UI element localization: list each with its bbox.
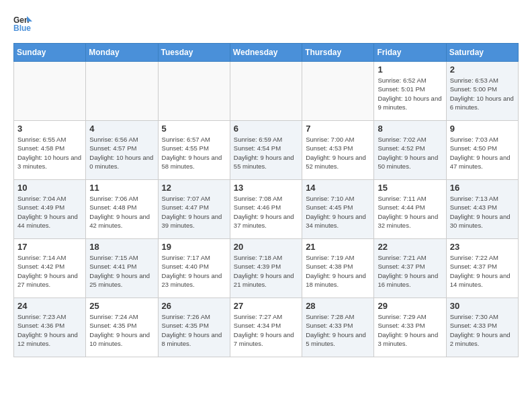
calendar-cell [158, 62, 230, 121]
day-number: 30 [450, 301, 515, 311]
day-info: Sunrise: 7:10 AM Sunset: 4:45 PM Dayligh… [306, 194, 370, 230]
calendar-cell: 3Sunrise: 6:55 AM Sunset: 4:58 PM Daylig… [14, 121, 86, 180]
calendar-cell: 14Sunrise: 7:10 AM Sunset: 4:45 PM Dayli… [302, 180, 374, 239]
calendar-cell: 2Sunrise: 6:53 AM Sunset: 5:00 PM Daylig… [446, 62, 518, 121]
weekday-header: Wednesday [230, 44, 302, 62]
calendar-header-row: SundayMondayTuesdayWednesdayThursdayFrid… [14, 44, 519, 62]
calendar-cell: 28Sunrise: 7:28 AM Sunset: 4:33 PM Dayli… [302, 298, 374, 357]
calendar-cell: 27Sunrise: 7:27 AM Sunset: 4:34 PM Dayli… [230, 298, 302, 357]
calendar-table: SundayMondayTuesdayWednesdayThursdayFrid… [13, 43, 519, 357]
day-number: 24 [17, 301, 82, 311]
day-number: 20 [234, 242, 298, 252]
day-number: 29 [378, 301, 442, 311]
day-number: 7 [306, 124, 370, 134]
day-number: 22 [378, 242, 442, 252]
calendar-cell: 10Sunrise: 7:04 AM Sunset: 4:49 PM Dayli… [14, 180, 86, 239]
calendar-cell: 7Sunrise: 7:00 AM Sunset: 4:53 PM Daylig… [302, 121, 374, 180]
day-info: Sunrise: 7:28 AM Sunset: 4:33 PM Dayligh… [306, 312, 370, 348]
calendar-cell: 9Sunrise: 7:03 AM Sunset: 4:50 PM Daylig… [446, 121, 518, 180]
calendar-cell: 22Sunrise: 7:21 AM Sunset: 4:37 PM Dayli… [374, 239, 446, 298]
calendar-cell: 26Sunrise: 7:26 AM Sunset: 4:35 PM Dayli… [158, 298, 230, 357]
calendar-cell: 6Sunrise: 6:59 AM Sunset: 4:54 PM Daylig… [230, 121, 302, 180]
calendar-cell: 8Sunrise: 7:02 AM Sunset: 4:52 PM Daylig… [374, 121, 446, 180]
calendar-cell: 13Sunrise: 7:08 AM Sunset: 4:46 PM Dayli… [230, 180, 302, 239]
day-number: 13 [234, 183, 298, 193]
day-info: Sunrise: 7:27 AM Sunset: 4:34 PM Dayligh… [234, 312, 298, 348]
day-number: 11 [89, 183, 154, 193]
calendar-cell: 29Sunrise: 7:29 AM Sunset: 4:33 PM Dayli… [374, 298, 446, 357]
calendar-body: 1Sunrise: 6:52 AM Sunset: 5:01 PM Daylig… [14, 62, 519, 357]
calendar-cell: 30Sunrise: 7:30 AM Sunset: 4:33 PM Dayli… [446, 298, 518, 357]
day-info: Sunrise: 7:17 AM Sunset: 4:40 PM Dayligh… [162, 253, 226, 289]
day-info: Sunrise: 7:26 AM Sunset: 4:35 PM Dayligh… [162, 312, 226, 348]
calendar-cell [230, 62, 302, 121]
day-number: 21 [306, 242, 370, 252]
calendar-cell: 25Sunrise: 7:24 AM Sunset: 4:35 PM Dayli… [86, 298, 158, 357]
calendar-cell: 16Sunrise: 7:13 AM Sunset: 4:43 PM Dayli… [446, 180, 518, 239]
calendar-cell [302, 62, 374, 121]
day-info: Sunrise: 7:08 AM Sunset: 4:46 PM Dayligh… [234, 194, 298, 230]
day-info: Sunrise: 7:04 AM Sunset: 4:49 PM Dayligh… [17, 194, 82, 230]
calendar-cell: 1Sunrise: 6:52 AM Sunset: 5:01 PM Daylig… [374, 62, 446, 121]
day-info: Sunrise: 7:13 AM Sunset: 4:43 PM Dayligh… [450, 194, 515, 230]
calendar-week-row: 3Sunrise: 6:55 AM Sunset: 4:58 PM Daylig… [14, 121, 519, 180]
calendar-cell: 18Sunrise: 7:15 AM Sunset: 4:41 PM Dayli… [86, 239, 158, 298]
day-number: 9 [450, 124, 515, 134]
day-number: 16 [450, 183, 515, 193]
day-info: Sunrise: 6:52 AM Sunset: 5:01 PM Dayligh… [378, 76, 442, 111]
weekday-header: Saturday [446, 44, 518, 62]
day-number: 12 [162, 183, 226, 193]
day-info: Sunrise: 7:15 AM Sunset: 4:41 PM Dayligh… [89, 253, 154, 289]
calendar-cell: 23Sunrise: 7:22 AM Sunset: 4:37 PM Dayli… [446, 239, 518, 298]
day-info: Sunrise: 7:19 AM Sunset: 4:38 PM Dayligh… [306, 253, 370, 289]
day-info: Sunrise: 7:14 AM Sunset: 4:42 PM Dayligh… [17, 253, 82, 289]
calendar-cell: 12Sunrise: 7:07 AM Sunset: 4:47 PM Dayli… [158, 180, 230, 239]
day-info: Sunrise: 7:07 AM Sunset: 4:47 PM Dayligh… [162, 194, 226, 230]
weekday-header: Friday [374, 44, 446, 62]
day-number: 15 [378, 183, 442, 193]
svg-marker-1 [27, 16, 32, 21]
day-number: 27 [234, 301, 298, 311]
day-number: 4 [89, 124, 154, 134]
day-number: 1 [378, 64, 442, 75]
day-number: 25 [89, 301, 154, 311]
day-info: Sunrise: 7:06 AM Sunset: 4:48 PM Dayligh… [89, 194, 154, 230]
day-number: 8 [378, 124, 442, 134]
day-info: Sunrise: 6:59 AM Sunset: 4:54 PM Dayligh… [234, 135, 298, 171]
day-number: 2 [450, 64, 515, 75]
calendar-cell: 15Sunrise: 7:11 AM Sunset: 4:44 PM Dayli… [374, 180, 446, 239]
day-info: Sunrise: 7:29 AM Sunset: 4:33 PM Dayligh… [378, 312, 442, 348]
day-info: Sunrise: 7:22 AM Sunset: 4:37 PM Dayligh… [450, 253, 515, 289]
day-info: Sunrise: 7:21 AM Sunset: 4:37 PM Dayligh… [378, 253, 442, 289]
calendar-cell: 19Sunrise: 7:17 AM Sunset: 4:40 PM Dayli… [158, 239, 230, 298]
logo: Gen Blue [13, 13, 35, 32]
day-number: 14 [306, 183, 370, 193]
calendar-week-row: 1Sunrise: 6:52 AM Sunset: 5:01 PM Daylig… [14, 62, 519, 121]
calendar-cell [14, 62, 86, 121]
day-info: Sunrise: 6:56 AM Sunset: 4:57 PM Dayligh… [89, 135, 154, 171]
logo-icon: Gen Blue [13, 13, 32, 32]
calendar-cell: 17Sunrise: 7:14 AM Sunset: 4:42 PM Dayli… [14, 239, 86, 298]
day-info: Sunrise: 7:24 AM Sunset: 4:35 PM Dayligh… [89, 312, 154, 348]
calendar-cell: 21Sunrise: 7:19 AM Sunset: 4:38 PM Dayli… [302, 239, 374, 298]
calendar-cell: 4Sunrise: 6:56 AM Sunset: 4:57 PM Daylig… [86, 121, 158, 180]
day-info: Sunrise: 7:23 AM Sunset: 4:36 PM Dayligh… [17, 312, 82, 348]
day-info: Sunrise: 6:57 AM Sunset: 4:55 PM Dayligh… [162, 135, 226, 171]
day-info: Sunrise: 6:53 AM Sunset: 5:00 PM Dayligh… [450, 76, 515, 111]
calendar-cell: 24Sunrise: 7:23 AM Sunset: 4:36 PM Dayli… [14, 298, 86, 357]
calendar-cell [86, 62, 158, 121]
calendar-week-row: 17Sunrise: 7:14 AM Sunset: 4:42 PM Dayli… [14, 239, 519, 298]
day-info: Sunrise: 7:30 AM Sunset: 4:33 PM Dayligh… [450, 312, 515, 348]
day-info: Sunrise: 7:11 AM Sunset: 4:44 PM Dayligh… [378, 194, 442, 230]
day-number: 17 [17, 242, 82, 252]
calendar-cell: 11Sunrise: 7:06 AM Sunset: 4:48 PM Dayli… [86, 180, 158, 239]
weekday-header: Thursday [302, 44, 374, 62]
weekday-header: Tuesday [158, 44, 230, 62]
day-number: 3 [17, 124, 82, 134]
calendar-cell: 5Sunrise: 6:57 AM Sunset: 4:55 PM Daylig… [158, 121, 230, 180]
day-info: Sunrise: 7:00 AM Sunset: 4:53 PM Dayligh… [306, 135, 370, 171]
day-number: 23 [450, 242, 515, 252]
calendar-week-row: 10Sunrise: 7:04 AM Sunset: 4:49 PM Dayli… [14, 180, 519, 239]
day-number: 19 [162, 242, 226, 252]
calendar-cell: 20Sunrise: 7:18 AM Sunset: 4:39 PM Dayli… [230, 239, 302, 298]
